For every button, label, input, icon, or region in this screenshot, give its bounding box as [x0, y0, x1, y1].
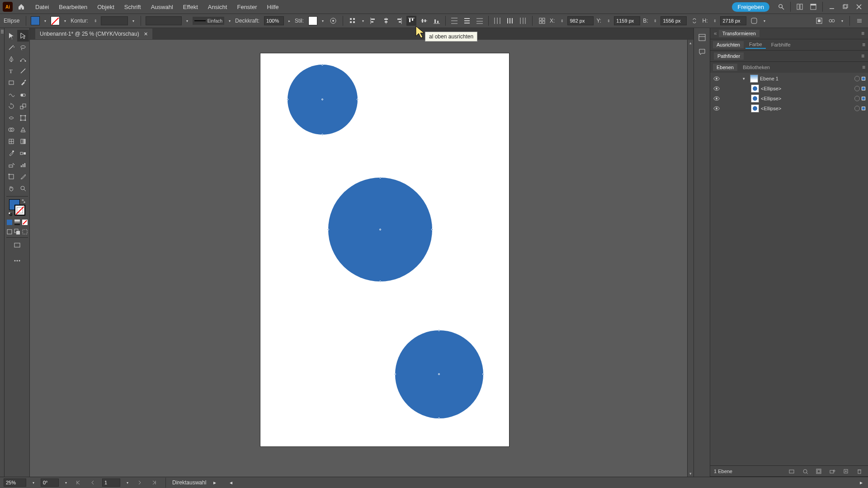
graph-tool[interactable]: [17, 159, 29, 171]
delete-layer-icon[interactable]: [854, 466, 864, 476]
w-field[interactable]: [660, 16, 687, 25]
rotate-tool[interactable]: [5, 100, 17, 112]
distribute-hcenter-icon[interactable]: [505, 16, 515, 26]
make-clip-icon[interactable]: [814, 466, 824, 476]
align-to-dropdown[interactable]: [348, 16, 358, 26]
layer-name[interactable]: <Ellipse>: [761, 106, 781, 111]
menu-bearbeiten[interactable]: Bearbeiten: [54, 2, 92, 12]
free-transform-tool[interactable]: [17, 112, 29, 124]
gradient-mode-icon[interactable]: [13, 218, 21, 226]
stroke-weight-stepper[interactable]: ⇕: [93, 18, 98, 24]
w-stepper[interactable]: ⇕: [652, 18, 658, 24]
libraries-tab[interactable]: Bibliotheken: [739, 64, 774, 71]
target-icon[interactable]: [854, 76, 860, 81]
default-fill-stroke-icon[interactable]: [8, 212, 13, 216]
align-top-icon[interactable]: [406, 16, 416, 26]
screen-mode-icon[interactable]: [11, 239, 23, 251]
stroke-weight-field[interactable]: [101, 16, 128, 25]
align-tab[interactable]: Ausrichten: [713, 41, 744, 48]
shape-properties-icon[interactable]: [749, 16, 759, 26]
visibility-icon[interactable]: [713, 75, 720, 82]
pen-tool[interactable]: [5, 53, 17, 65]
style-swatch[interactable]: [308, 16, 317, 25]
color-tab[interactable]: Farbe: [745, 41, 766, 49]
layer-name[interactable]: Ebene 1: [760, 76, 778, 81]
stroke-weight-dropdown-icon[interactable]: ▾: [131, 18, 136, 24]
visibility-icon[interactable]: [713, 85, 720, 92]
opacity-field[interactable]: [264, 16, 284, 25]
layer-row[interactable]: ▾ Ebene 1: [710, 74, 868, 84]
selection-tool[interactable]: [5, 30, 17, 42]
shape-dropdown-icon[interactable]: ▾: [762, 18, 767, 24]
target-icon[interactable]: [854, 86, 860, 91]
first-artboard-icon[interactable]: [73, 478, 83, 488]
comments-panel-icon[interactable]: [697, 47, 707, 57]
x-field[interactable]: [567, 16, 594, 25]
close-tab-icon[interactable]: ✕: [144, 31, 148, 37]
layer-row[interactable]: <Ellipse>: [710, 103, 868, 113]
panel-menu-icon[interactable]: ≡: [861, 53, 864, 59]
target-icon[interactable]: [854, 96, 860, 101]
rotation-field[interactable]: [41, 479, 59, 487]
properties-panel-icon[interactable]: [697, 33, 707, 42]
next-artboard-icon[interactable]: [135, 478, 145, 488]
eyedropper-tool[interactable]: [5, 147, 17, 159]
fill-swatch[interactable]: [31, 16, 40, 25]
mesh-tool[interactable]: [5, 136, 17, 147]
visibility-icon[interactable]: [713, 105, 720, 112]
layer-name[interactable]: <Ellipse>: [761, 96, 781, 101]
style-dropdown-icon[interactable]: ▾: [320, 18, 326, 24]
transform-tab[interactable]: Transformieren: [719, 30, 760, 37]
stroke-box[interactable]: [14, 205, 25, 216]
menu-datei[interactable]: Datei: [31, 2, 53, 12]
vw-dropdown-icon[interactable]: ▾: [184, 18, 190, 24]
recolor-icon[interactable]: [328, 16, 338, 26]
gradient-tool[interactable]: [17, 136, 29, 147]
type-tool[interactable]: T: [5, 65, 17, 77]
close-icon[interactable]: [854, 2, 863, 11]
target-icon[interactable]: [854, 106, 860, 111]
rectangle-tool[interactable]: [5, 77, 17, 89]
align-right-icon[interactable]: [394, 16, 404, 26]
y-field[interactable]: [614, 16, 640, 25]
vertical-scrollbar[interactable]: ▴▾: [687, 40, 693, 477]
panel-grip[interactable]: [0, 28, 5, 477]
shape-builder-tool[interactable]: [5, 124, 17, 136]
distribute-bottom-icon[interactable]: [475, 16, 485, 26]
artboard-tool[interactable]: [5, 171, 17, 183]
blend-tool[interactable]: [17, 147, 29, 159]
pathfinder-tab[interactable]: Pathfinder: [714, 52, 744, 60]
document-tab[interactable]: Unbenannt-1* @ 25 % (CMYK/Vorschau) ✕: [35, 28, 152, 39]
menu-ansicht[interactable]: Ansicht: [203, 2, 232, 12]
colorguide-tab[interactable]: Farbhilfe: [768, 41, 794, 48]
panel-menu-icon[interactable]: ≡: [861, 30, 864, 37]
line-tool[interactable]: [17, 65, 29, 77]
x-stepper[interactable]: ⇕: [559, 18, 565, 24]
artboard-nav-field[interactable]: [102, 479, 120, 487]
align-left-icon[interactable]: [368, 16, 378, 26]
eraser-tool[interactable]: [17, 89, 29, 100]
width-tool[interactable]: [5, 112, 17, 124]
minimize-icon[interactable]: [827, 2, 836, 11]
draw-inside-icon[interactable]: [21, 228, 28, 235]
symbol-sprayer-tool[interactable]: [5, 159, 17, 171]
last-artboard-icon[interactable]: [149, 478, 159, 488]
curvature-tool[interactable]: [17, 53, 29, 65]
stage[interactable]: ▴▾: [30, 40, 693, 477]
artboard-dropdown-icon[interactable]: ▾: [125, 479, 130, 486]
draw-behind-icon[interactable]: [13, 228, 21, 235]
hand-tool[interactable]: [5, 183, 17, 194]
paintbrush-tool[interactable]: [17, 77, 29, 89]
options-menu-icon[interactable]: [854, 16, 864, 26]
share-button[interactable]: Freigeben: [732, 2, 769, 12]
align-hcenter-icon[interactable]: [381, 16, 391, 26]
fill-dropdown-icon[interactable]: ▾: [42, 18, 48, 24]
distribute-left-icon[interactable]: [492, 16, 502, 26]
layer-row[interactable]: <Ellipse>: [710, 94, 868, 103]
h-stepper[interactable]: ⇕: [712, 18, 717, 24]
maximize-icon[interactable]: [841, 2, 850, 11]
align-to-chevron-icon[interactable]: ▾: [360, 18, 366, 24]
panel-menu-icon[interactable]: ≡: [862, 64, 865, 70]
edit-toolbar-icon[interactable]: [11, 255, 23, 267]
perspective-tool[interactable]: [17, 124, 29, 136]
